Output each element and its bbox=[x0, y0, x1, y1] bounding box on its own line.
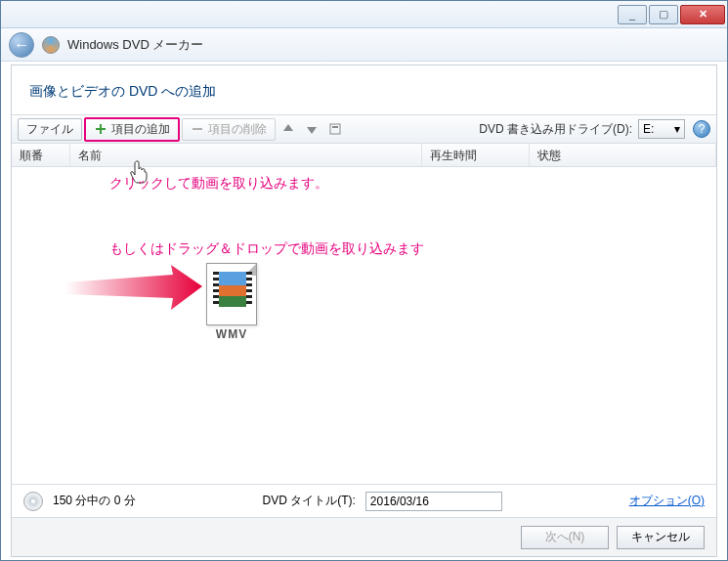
col-name[interactable]: 名前 bbox=[70, 144, 422, 166]
properties-button[interactable] bbox=[328, 122, 342, 136]
svg-rect-4 bbox=[332, 126, 338, 128]
minimize-button[interactable]: _ bbox=[618, 5, 647, 24]
arrow-icon bbox=[65, 265, 202, 318]
move-up-button[interactable] bbox=[281, 122, 295, 136]
minus-icon bbox=[191, 122, 204, 136]
toolbar: ファイル 項目の追加 項目の削除 bbox=[12, 114, 716, 144]
disc-icon bbox=[23, 492, 43, 511]
column-headers: 順番 名前 再生時間 状態 bbox=[12, 144, 716, 167]
close-button[interactable]: ✕ bbox=[680, 5, 725, 24]
move-down-button[interactable] bbox=[305, 122, 319, 136]
maximize-button[interactable]: ▢ bbox=[649, 5, 678, 24]
svg-rect-2 bbox=[193, 128, 202, 130]
col-duration[interactable]: 再生時間 bbox=[422, 144, 530, 166]
file-type-label: WMV bbox=[216, 327, 247, 341]
annotation-drag: もしくはドラッグ＆ドロップで動画を取り込みます bbox=[109, 240, 424, 258]
svg-rect-1 bbox=[96, 128, 106, 130]
item-area[interactable]: クリックして動画を取り込みます。 もしくはドラッグ＆ドロップで動画を取り込みます… bbox=[12, 167, 716, 484]
chevron-down-icon: ▾ bbox=[674, 122, 680, 136]
app-icon bbox=[42, 36, 60, 54]
remove-item-label: 項目の削除 bbox=[208, 121, 267, 138]
content-panel: 画像とビデオの DVD への追加 ファイル 項目の追加 項目の削除 bbox=[11, 65, 717, 557]
col-order[interactable]: 順番 bbox=[12, 144, 70, 166]
svg-rect-3 bbox=[330, 124, 340, 134]
minutes-status: 150 分中の 0 分 bbox=[53, 493, 136, 509]
options-link[interactable]: オプション(O) bbox=[629, 493, 705, 509]
app-title: Windows DVD メーカー bbox=[67, 36, 203, 54]
page-heading: 画像とビデオの DVD への追加 bbox=[12, 65, 716, 114]
back-button[interactable]: ← bbox=[9, 32, 34, 58]
dvd-title-input[interactable] bbox=[365, 492, 502, 511]
app-window: _ ▢ ✕ ← Windows DVD メーカー 画像とビデオの DVD への追… bbox=[0, 0, 728, 561]
status-bar: 150 分中の 0 分 DVD タイトル(T): オプション(O) bbox=[12, 484, 716, 517]
drive-select[interactable]: E: ▾ bbox=[638, 119, 685, 139]
next-button[interactable]: 次へ(N) bbox=[521, 526, 609, 549]
add-item-button[interactable]: 項目の追加 bbox=[84, 117, 180, 142]
navbar: ← Windows DVD メーカー bbox=[1, 28, 727, 62]
drive-label: DVD 書き込み用ドライブ(D): bbox=[479, 121, 632, 138]
file-page-icon bbox=[206, 263, 257, 325]
remove-item-button: 項目の削除 bbox=[182, 118, 276, 141]
footer: 次へ(N) キャンセル bbox=[12, 517, 716, 556]
wmv-file-icon[interactable]: WMV bbox=[202, 263, 261, 341]
col-status[interactable]: 状態 bbox=[530, 144, 716, 166]
help-button[interactable]: ? bbox=[693, 120, 710, 138]
plus-icon bbox=[94, 122, 107, 136]
titlebar: _ ▢ ✕ bbox=[1, 1, 727, 28]
file-menu-button[interactable]: ファイル bbox=[18, 118, 82, 141]
drive-value: E: bbox=[643, 122, 654, 136]
svg-marker-5 bbox=[65, 265, 202, 310]
filmstrip-icon bbox=[213, 272, 252, 307]
add-item-label: 項目の追加 bbox=[111, 121, 170, 138]
dvd-title-label: DVD タイトル(T): bbox=[263, 493, 356, 509]
cancel-button[interactable]: キャンセル bbox=[617, 526, 705, 549]
annotation-click: クリックして動画を取り込みます。 bbox=[109, 175, 328, 193]
arrow-left-icon: ← bbox=[14, 36, 29, 54]
